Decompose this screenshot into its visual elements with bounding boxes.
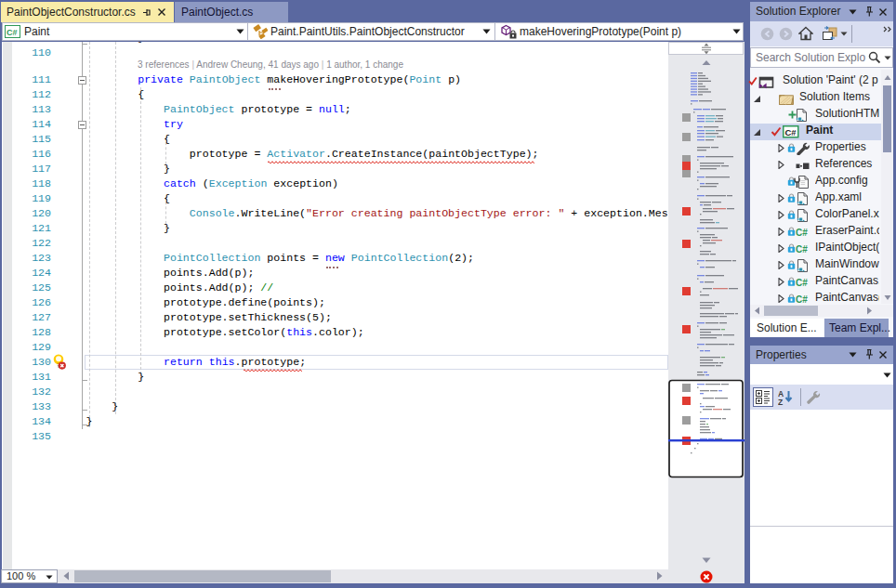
svg-text:C#: C# bbox=[796, 294, 808, 305]
svg-text:Z: Z bbox=[778, 398, 783, 406]
svg-text:C#: C# bbox=[7, 28, 18, 37]
svg-text:C#: C# bbox=[796, 278, 808, 288]
svg-text:C#: C# bbox=[796, 228, 808, 238]
svg-text:C#: C# bbox=[785, 127, 797, 137]
svg-text:C#: C# bbox=[796, 244, 808, 255]
